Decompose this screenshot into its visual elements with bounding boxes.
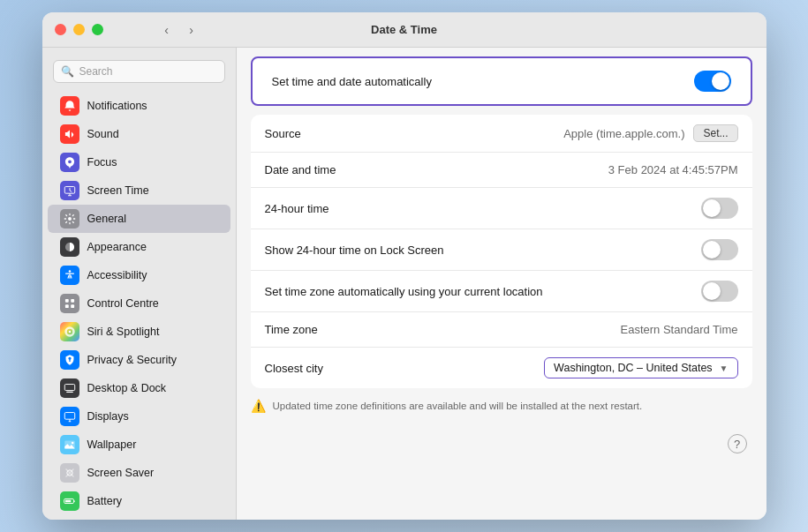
svg-point-8 — [68, 331, 71, 333]
sidebar-item-wallpaper[interactable]: Wallpaper — [48, 431, 230, 459]
svg-point-13 — [71, 442, 73, 445]
svg-rect-7 — [71, 304, 74, 308]
setting-row-source: Source Apple (time.apple.com.) Set... — [251, 115, 752, 153]
closest-city-value: Washington, DC – United States — [554, 362, 713, 374]
battery-icon — [60, 491, 79, 511]
content-area: 🔍 Search NotificationsSoundFocusScreen T… — [42, 48, 766, 520]
sidebar-item-screen-saver[interactable]: Screen Saver — [48, 459, 230, 487]
accessibility-icon — [60, 266, 79, 285]
sound-icon — [60, 124, 79, 144]
search-box[interactable]: 🔍 Search — [53, 60, 225, 83]
title-text: Date & Time — [371, 23, 437, 36]
sidebar-item-label-desktop-dock: Desktop & Dock — [87, 382, 167, 394]
sidebar-item-displays[interactable]: Displays — [48, 402, 230, 431]
sidebar-item-label-battery: Battery — [87, 495, 123, 507]
toggle-24hour[interactable] — [701, 198, 738, 219]
auto-time-label: Set time and date automatically — [272, 75, 432, 88]
screen-time-icon — [60, 181, 79, 200]
sidebar-item-label-general: General — [87, 213, 126, 225]
sidebar-item-label-privacy-security: Privacy & Security — [87, 354, 177, 366]
sidebar-item-focus[interactable]: Focus — [48, 148, 230, 176]
sidebar-item-screen-time[interactable]: Screen Time — [48, 176, 230, 205]
sidebar-item-sound[interactable]: Sound — [48, 120, 230, 148]
main-panel: Set time and date automatically Source A… — [237, 48, 766, 520]
search-container: 🔍 Search — [42, 55, 236, 92]
sidebar-item-control-centre[interactable]: Control Centre — [48, 289, 230, 318]
svg-point-1 — [68, 217, 72, 221]
sidebar-item-desktop-dock[interactable]: Desktop & Dock — [48, 374, 230, 402]
warning-text: Updated time zone definitions are availa… — [273, 399, 643, 413]
setting-label-date-time: Date and time — [265, 163, 336, 176]
sidebar-item-notifications[interactable]: Notifications — [48, 92, 230, 120]
setting-value-date-time: 3 Feb 2024 at 4:45:57PM — [608, 163, 738, 176]
svg-rect-6 — [64, 304, 68, 308]
search-placeholder: Search — [79, 65, 113, 78]
setting-row-date-time: Date and time 3 Feb 2024 at 4:45:57PM — [251, 153, 752, 188]
focus-icon — [60, 153, 79, 172]
auto-time-toggle[interactable] — [694, 71, 731, 92]
help-row: ? — [237, 427, 766, 461]
settings-window: ‹ › Date & Time 🔍 Search NotificationsSo… — [42, 12, 766, 520]
setting-row-timezone-auto: Set time zone automatically using your c… — [251, 271, 752, 312]
sidebar-item-label-sound: Sound — [87, 128, 119, 140]
closest-city-dropdown[interactable]: Washington, DC – United States ▼ — [544, 357, 737, 378]
setting-label-timezone: Time zone — [265, 323, 318, 336]
help-button[interactable]: ? — [728, 434, 747, 453]
search-icon: 🔍 — [61, 65, 74, 78]
toggle-knob — [712, 72, 729, 90]
svg-point-3 — [68, 270, 71, 273]
sidebar-item-privacy-security[interactable]: Privacy & Security — [48, 346, 230, 374]
svg-rect-5 — [71, 299, 74, 303]
set-button[interactable]: Set... — [693, 124, 737, 142]
displays-icon — [60, 407, 79, 426]
minimize-button[interactable] — [73, 24, 85, 35]
toggle-knob-timezone-auto — [703, 282, 721, 300]
sidebar-item-label-siri-spotlight: Siri & Spotlight — [87, 326, 160, 338]
toggle-show-24hour[interactable] — [701, 239, 738, 260]
notifications-icon — [60, 96, 79, 116]
sidebar-item-label-screen-saver: Screen Saver — [87, 467, 155, 479]
forward-button[interactable]: › — [181, 19, 202, 41]
setting-label-show-24hour: Show 24-hour time on Lock Screen — [265, 244, 444, 257]
wallpaper-icon — [60, 435, 79, 454]
source-value: Apple (time.apple.com.) — [563, 127, 684, 140]
sidebar: 🔍 Search NotificationsSoundFocusScreen T… — [42, 48, 237, 520]
svg-rect-9 — [64, 385, 74, 391]
window-title: Date & Time — [371, 23, 437, 36]
control-centre-icon — [60, 294, 79, 313]
sidebar-item-siri-spotlight[interactable]: Siri & Spotlight — [48, 318, 230, 346]
warning-row: ⚠️ Updated time zone definitions are ava… — [237, 388, 766, 423]
traffic-lights — [55, 24, 103, 35]
svg-rect-11 — [64, 413, 74, 420]
svg-rect-16 — [64, 500, 70, 503]
sidebar-item-lock-screen[interactable]: Lock Screen — [48, 515, 230, 520]
setting-row-show-24hour: Show 24-hour time on Lock Screen — [251, 229, 752, 271]
titlebar: ‹ › Date & Time — [42, 12, 766, 48]
general-icon — [60, 209, 79, 229]
sidebar-item-label-focus: Focus — [87, 156, 117, 169]
appearance-icon — [60, 237, 79, 257]
setting-label-source: Source — [265, 127, 301, 140]
setting-label-24hour: 24-hour time — [265, 202, 329, 215]
setting-row-closest-city: Closest city Washington, DC – United Sta… — [251, 348, 752, 388]
screen-saver-icon — [60, 463, 79, 483]
auto-time-bar: Set time and date automatically — [251, 56, 752, 106]
sidebar-item-label-displays: Displays — [87, 410, 129, 423]
sidebar-item-appearance[interactable]: Appearance — [48, 233, 230, 261]
sidebar-item-battery[interactable]: Battery — [48, 487, 230, 515]
sidebar-item-label-notifications: Notifications — [87, 100, 147, 112]
nav-arrows: ‹ › — [156, 19, 202, 41]
source-right: Apple (time.apple.com.) Set... — [563, 124, 737, 142]
settings-rows: Source Apple (time.apple.com.) Set... Da… — [251, 115, 752, 388]
dropdown-arrow-icon: ▼ — [720, 363, 729, 373]
sidebar-item-label-screen-time: Screen Time — [87, 184, 149, 197]
fullscreen-button[interactable] — [92, 24, 103, 35]
back-button[interactable]: ‹ — [156, 19, 177, 41]
desktop-dock-icon — [60, 378, 79, 398]
sidebar-item-label-appearance: Appearance — [87, 241, 147, 253]
toggle-timezone-auto[interactable] — [701, 281, 738, 302]
setting-row-24hour: 24-hour time — [251, 188, 752, 229]
sidebar-item-general[interactable]: General — [48, 205, 230, 233]
sidebar-item-accessibility[interactable]: Accessibility — [48, 261, 230, 289]
close-button[interactable] — [55, 24, 66, 35]
